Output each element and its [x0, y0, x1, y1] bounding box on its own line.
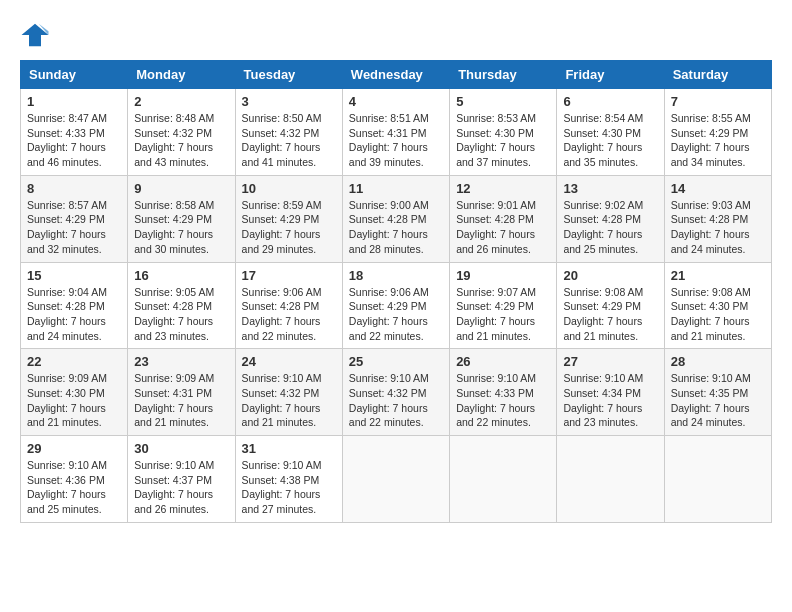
calendar-cell: 29 Sunrise: 9:10 AMSunset: 4:36 PMDaylig…	[21, 436, 128, 523]
calendar-week-2: 8 Sunrise: 8:57 AMSunset: 4:29 PMDayligh…	[21, 175, 772, 262]
calendar-cell: 5 Sunrise: 8:53 AMSunset: 4:30 PMDayligh…	[450, 89, 557, 176]
calendar-cell: 3 Sunrise: 8:50 AMSunset: 4:32 PMDayligh…	[235, 89, 342, 176]
day-number: 18	[349, 268, 443, 283]
day-info: Sunrise: 8:55 AMSunset: 4:29 PMDaylight:…	[671, 112, 751, 168]
day-number: 4	[349, 94, 443, 109]
day-number: 12	[456, 181, 550, 196]
calendar-cell	[342, 436, 449, 523]
day-info: Sunrise: 8:48 AMSunset: 4:32 PMDaylight:…	[134, 112, 214, 168]
day-number: 24	[242, 354, 336, 369]
day-number: 7	[671, 94, 765, 109]
day-number: 14	[671, 181, 765, 196]
weekday-monday: Monday	[128, 61, 235, 89]
day-number: 1	[27, 94, 121, 109]
calendar-cell: 4 Sunrise: 8:51 AMSunset: 4:31 PMDayligh…	[342, 89, 449, 176]
day-info: Sunrise: 9:03 AMSunset: 4:28 PMDaylight:…	[671, 199, 751, 255]
day-info: Sunrise: 8:53 AMSunset: 4:30 PMDaylight:…	[456, 112, 536, 168]
calendar-cell: 8 Sunrise: 8:57 AMSunset: 4:29 PMDayligh…	[21, 175, 128, 262]
day-info: Sunrise: 9:10 AMSunset: 4:35 PMDaylight:…	[671, 372, 751, 428]
day-info: Sunrise: 9:06 AMSunset: 4:28 PMDaylight:…	[242, 286, 322, 342]
calendar-week-1: 1 Sunrise: 8:47 AMSunset: 4:33 PMDayligh…	[21, 89, 772, 176]
day-number: 9	[134, 181, 228, 196]
day-info: Sunrise: 9:09 AMSunset: 4:30 PMDaylight:…	[27, 372, 107, 428]
day-info: Sunrise: 9:05 AMSunset: 4:28 PMDaylight:…	[134, 286, 214, 342]
day-info: Sunrise: 9:00 AMSunset: 4:28 PMDaylight:…	[349, 199, 429, 255]
day-number: 17	[242, 268, 336, 283]
calendar-cell: 18 Sunrise: 9:06 AMSunset: 4:29 PMDaylig…	[342, 262, 449, 349]
day-number: 20	[563, 268, 657, 283]
day-number: 2	[134, 94, 228, 109]
calendar-cell	[664, 436, 771, 523]
calendar-cell: 31 Sunrise: 9:10 AMSunset: 4:38 PMDaylig…	[235, 436, 342, 523]
calendar-week-4: 22 Sunrise: 9:09 AMSunset: 4:30 PMDaylig…	[21, 349, 772, 436]
day-number: 23	[134, 354, 228, 369]
calendar-cell: 13 Sunrise: 9:02 AMSunset: 4:28 PMDaylig…	[557, 175, 664, 262]
day-number: 27	[563, 354, 657, 369]
day-info: Sunrise: 9:09 AMSunset: 4:31 PMDaylight:…	[134, 372, 214, 428]
calendar-cell: 20 Sunrise: 9:08 AMSunset: 4:29 PMDaylig…	[557, 262, 664, 349]
calendar-body: 1 Sunrise: 8:47 AMSunset: 4:33 PMDayligh…	[21, 89, 772, 523]
day-number: 3	[242, 94, 336, 109]
calendar-cell: 26 Sunrise: 9:10 AMSunset: 4:33 PMDaylig…	[450, 349, 557, 436]
day-info: Sunrise: 8:54 AMSunset: 4:30 PMDaylight:…	[563, 112, 643, 168]
calendar-cell: 12 Sunrise: 9:01 AMSunset: 4:28 PMDaylig…	[450, 175, 557, 262]
weekday-friday: Friday	[557, 61, 664, 89]
day-info: Sunrise: 9:04 AMSunset: 4:28 PMDaylight:…	[27, 286, 107, 342]
day-number: 19	[456, 268, 550, 283]
day-info: Sunrise: 8:59 AMSunset: 4:29 PMDaylight:…	[242, 199, 322, 255]
page-header	[20, 20, 772, 50]
calendar-cell: 9 Sunrise: 8:58 AMSunset: 4:29 PMDayligh…	[128, 175, 235, 262]
day-info: Sunrise: 9:08 AMSunset: 4:29 PMDaylight:…	[563, 286, 643, 342]
calendar-cell: 25 Sunrise: 9:10 AMSunset: 4:32 PMDaylig…	[342, 349, 449, 436]
weekday-sunday: Sunday	[21, 61, 128, 89]
weekday-header-row: SundayMondayTuesdayWednesdayThursdayFrid…	[21, 61, 772, 89]
day-info: Sunrise: 9:10 AMSunset: 4:33 PMDaylight:…	[456, 372, 536, 428]
day-number: 28	[671, 354, 765, 369]
day-number: 13	[563, 181, 657, 196]
day-info: Sunrise: 9:10 AMSunset: 4:37 PMDaylight:…	[134, 459, 214, 515]
calendar-table: SundayMondayTuesdayWednesdayThursdayFrid…	[20, 60, 772, 523]
calendar-cell: 2 Sunrise: 8:48 AMSunset: 4:32 PMDayligh…	[128, 89, 235, 176]
day-number: 29	[27, 441, 121, 456]
day-info: Sunrise: 9:10 AMSunset: 4:34 PMDaylight:…	[563, 372, 643, 428]
day-number: 30	[134, 441, 228, 456]
calendar-cell: 16 Sunrise: 9:05 AMSunset: 4:28 PMDaylig…	[128, 262, 235, 349]
calendar-cell: 30 Sunrise: 9:10 AMSunset: 4:37 PMDaylig…	[128, 436, 235, 523]
day-info: Sunrise: 9:06 AMSunset: 4:29 PMDaylight:…	[349, 286, 429, 342]
weekday-thursday: Thursday	[450, 61, 557, 89]
day-info: Sunrise: 8:51 AMSunset: 4:31 PMDaylight:…	[349, 112, 429, 168]
day-info: Sunrise: 9:10 AMSunset: 4:32 PMDaylight:…	[242, 372, 322, 428]
calendar-cell: 21 Sunrise: 9:08 AMSunset: 4:30 PMDaylig…	[664, 262, 771, 349]
day-info: Sunrise: 9:01 AMSunset: 4:28 PMDaylight:…	[456, 199, 536, 255]
calendar-cell: 17 Sunrise: 9:06 AMSunset: 4:28 PMDaylig…	[235, 262, 342, 349]
calendar-cell: 6 Sunrise: 8:54 AMSunset: 4:30 PMDayligh…	[557, 89, 664, 176]
day-number: 11	[349, 181, 443, 196]
calendar-week-3: 15 Sunrise: 9:04 AMSunset: 4:28 PMDaylig…	[21, 262, 772, 349]
weekday-saturday: Saturday	[664, 61, 771, 89]
logo	[20, 20, 52, 50]
calendar-cell: 1 Sunrise: 8:47 AMSunset: 4:33 PMDayligh…	[21, 89, 128, 176]
day-info: Sunrise: 8:50 AMSunset: 4:32 PMDaylight:…	[242, 112, 322, 168]
calendar-cell: 15 Sunrise: 9:04 AMSunset: 4:28 PMDaylig…	[21, 262, 128, 349]
calendar-cell: 28 Sunrise: 9:10 AMSunset: 4:35 PMDaylig…	[664, 349, 771, 436]
calendar-cell	[557, 436, 664, 523]
day-number: 8	[27, 181, 121, 196]
day-info: Sunrise: 8:57 AMSunset: 4:29 PMDaylight:…	[27, 199, 107, 255]
day-number: 31	[242, 441, 336, 456]
day-number: 10	[242, 181, 336, 196]
day-number: 21	[671, 268, 765, 283]
calendar-cell: 23 Sunrise: 9:09 AMSunset: 4:31 PMDaylig…	[128, 349, 235, 436]
calendar-cell: 24 Sunrise: 9:10 AMSunset: 4:32 PMDaylig…	[235, 349, 342, 436]
day-info: Sunrise: 9:10 AMSunset: 4:32 PMDaylight:…	[349, 372, 429, 428]
calendar-cell	[450, 436, 557, 523]
day-number: 6	[563, 94, 657, 109]
day-number: 22	[27, 354, 121, 369]
calendar-cell: 27 Sunrise: 9:10 AMSunset: 4:34 PMDaylig…	[557, 349, 664, 436]
calendar-week-5: 29 Sunrise: 9:10 AMSunset: 4:36 PMDaylig…	[21, 436, 772, 523]
day-number: 26	[456, 354, 550, 369]
calendar-cell: 19 Sunrise: 9:07 AMSunset: 4:29 PMDaylig…	[450, 262, 557, 349]
day-number: 15	[27, 268, 121, 283]
calendar-cell: 22 Sunrise: 9:09 AMSunset: 4:30 PMDaylig…	[21, 349, 128, 436]
day-info: Sunrise: 8:47 AMSunset: 4:33 PMDaylight:…	[27, 112, 107, 168]
day-info: Sunrise: 9:10 AMSunset: 4:38 PMDaylight:…	[242, 459, 322, 515]
